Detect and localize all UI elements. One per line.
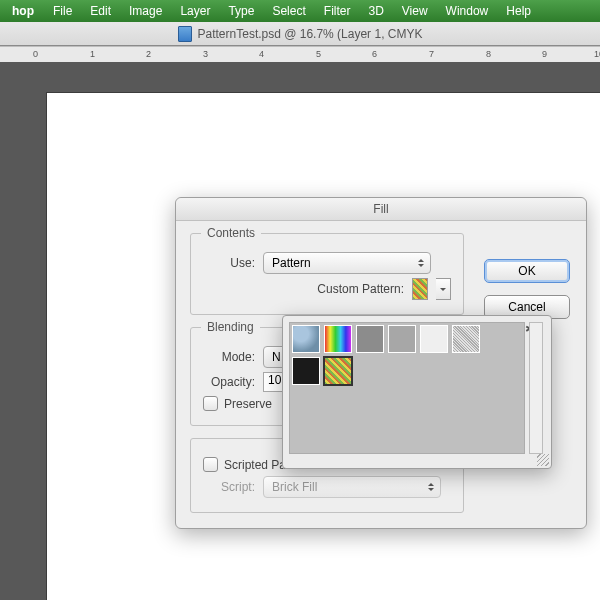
- contents-legend: Contents: [201, 226, 261, 240]
- custom-pattern-swatch[interactable]: [412, 278, 428, 300]
- pattern-swatch[interactable]: [292, 357, 320, 385]
- ok-label: OK: [518, 264, 535, 278]
- ruler-label: 3: [203, 49, 208, 59]
- script-value: Brick Fill: [272, 480, 317, 494]
- menu-layer[interactable]: Layer: [171, 2, 219, 20]
- use-value: Pattern: [272, 256, 311, 270]
- menu-image[interactable]: Image: [120, 2, 171, 20]
- checkbox-icon: [203, 457, 218, 472]
- chevron-updown-icon: [426, 480, 436, 494]
- dialog-title: Fill: [176, 198, 586, 221]
- opacity-label: Opacity:: [203, 375, 255, 389]
- pattern-picker-popup: ✱: [282, 315, 552, 469]
- pattern-swatch[interactable]: [452, 325, 480, 353]
- menu-type[interactable]: Type: [219, 2, 263, 20]
- ruler-label: 7: [429, 49, 434, 59]
- menu-select[interactable]: Select: [263, 2, 314, 20]
- ruler-label: 0: [33, 49, 38, 59]
- custom-pattern-dropdown[interactable]: [436, 278, 451, 300]
- mode-label: Mode:: [203, 350, 255, 364]
- cancel-label: Cancel: [508, 300, 545, 314]
- use-label: Use:: [203, 256, 255, 270]
- ruler-label: 4: [259, 49, 264, 59]
- custom-pattern-label: Custom Pattern:: [317, 282, 404, 296]
- preserve-checkbox[interactable]: Preserve: [203, 396, 272, 411]
- menubar: hop File Edit Image Layer Type Select Fi…: [0, 0, 600, 22]
- menu-help[interactable]: Help: [497, 2, 540, 20]
- mode-value: N: [272, 350, 281, 364]
- menu-window[interactable]: Window: [437, 2, 498, 20]
- ruler-label: 5: [316, 49, 321, 59]
- ruler-label: 2: [146, 49, 151, 59]
- resize-handle-icon[interactable]: [537, 454, 549, 466]
- pattern-swatch[interactable]: [356, 325, 384, 353]
- pattern-swatch[interactable]: [324, 325, 352, 353]
- use-select[interactable]: Pattern: [263, 252, 431, 274]
- menu-file[interactable]: File: [44, 2, 81, 20]
- menu-filter[interactable]: Filter: [315, 2, 360, 20]
- pattern-swatch[interactable]: [388, 325, 416, 353]
- pattern-grid: [289, 322, 525, 454]
- pattern-scrollbar[interactable]: [529, 322, 543, 454]
- menu-edit[interactable]: Edit: [81, 2, 120, 20]
- ruler-label: 6: [372, 49, 377, 59]
- blending-legend: Blending: [201, 320, 260, 334]
- ruler-label: 8: [486, 49, 491, 59]
- ok-button[interactable]: OK: [484, 259, 570, 283]
- script-label: Script:: [203, 480, 255, 494]
- document-title: PatternTest.psd @ 16.7% (Layer 1, CMYK: [198, 27, 423, 41]
- script-select: Brick Fill: [263, 476, 441, 498]
- ruler-label: 9: [542, 49, 547, 59]
- chevron-updown-icon: [416, 256, 426, 270]
- pattern-swatch-selected[interactable]: [324, 357, 352, 385]
- document-icon: [178, 26, 192, 42]
- checkbox-icon: [203, 396, 218, 411]
- menu-view[interactable]: View: [393, 2, 437, 20]
- pattern-swatch[interactable]: [420, 325, 448, 353]
- document-tabbar: PatternTest.psd @ 16.7% (Layer 1, CMYK: [0, 22, 600, 46]
- menu-3d[interactable]: 3D: [359, 2, 392, 20]
- preserve-label: Preserve: [224, 397, 272, 411]
- ruler-label: 1: [90, 49, 95, 59]
- pattern-swatch[interactable]: [292, 325, 320, 353]
- app-name: hop: [4, 2, 42, 20]
- ruler-label: 10: [594, 49, 600, 59]
